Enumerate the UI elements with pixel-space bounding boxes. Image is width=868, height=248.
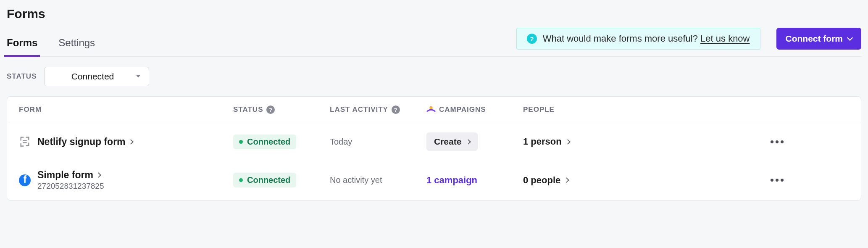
ellipsis-icon [781, 140, 784, 143]
filter-label: STATUS [7, 72, 37, 81]
ellipsis-icon [771, 140, 773, 143]
connect-form-button[interactable]: Connect form [776, 28, 862, 50]
status-text: Connected [247, 175, 290, 185]
chevron-right-icon [466, 139, 471, 145]
people-link[interactable]: 1 person [523, 136, 737, 147]
status-cell: Connected [233, 173, 330, 187]
status-cell: Connected [233, 135, 330, 149]
status-text: Connected [247, 137, 290, 147]
form-name-text: Netlify signup form [37, 136, 126, 148]
forms-table: FORM STATUS ? LAST ACTIVITY ? CAMPAIGNS … [7, 96, 861, 201]
svg-point-0 [429, 106, 432, 109]
caret-down-icon [136, 75, 140, 77]
help-icon[interactable]: ? [392, 106, 400, 114]
chevron-down-icon [847, 35, 853, 41]
tab-forms[interactable]: Forms [7, 33, 37, 56]
form-name-wrap: Netlify signup form [37, 136, 133, 148]
form-cell: Simple form 272052831237825 [19, 169, 233, 191]
th-form: FORM [19, 106, 233, 114]
banner-message: What would make forms more useful? [543, 33, 700, 44]
more-actions-button[interactable] [737, 179, 788, 182]
status-filter-value: Connected [71, 71, 114, 82]
ellipsis-icon [771, 179, 773, 182]
table-header: FORM STATUS ? LAST ACTIVITY ? CAMPAIGNS … [7, 97, 861, 123]
campaign-link[interactable]: 1 campaign [426, 175, 477, 185]
chevron-right-icon [128, 139, 134, 145]
chevron-right-icon [96, 172, 101, 178]
last-activity-cell: Today [330, 137, 426, 147]
people-count: 1 person [523, 136, 562, 147]
th-people: PEOPLE [523, 106, 737, 114]
last-activity-cell: No activity yet [330, 175, 426, 185]
people-link[interactable]: 0 people [523, 175, 737, 186]
form-name-link[interactable]: Netlify signup form [37, 136, 133, 148]
chevron-right-icon [565, 139, 571, 145]
create-campaign-button[interactable]: Create [426, 132, 478, 151]
tab-settings[interactable]: Settings [58, 33, 95, 56]
chevron-right-icon [564, 177, 569, 183]
header-row: Forms Settings ? What would make forms m… [7, 28, 861, 57]
ellipsis-icon [781, 179, 784, 182]
campaigns-icon [426, 105, 436, 114]
help-icon[interactable]: ? [266, 106, 275, 114]
form-subtext: 272052831237825 [37, 182, 104, 191]
people-count: 0 people [523, 175, 560, 186]
status-dot-icon [239, 178, 243, 182]
status-badge: Connected [233, 135, 296, 149]
question-icon: ? [527, 34, 537, 44]
table-row: Netlify signup form Connected Today Crea… [7, 123, 861, 160]
create-campaign-label: Create [434, 137, 461, 147]
th-campaigns: CAMPAIGNS [426, 105, 523, 114]
facebook-icon [19, 174, 31, 186]
form-cell: Netlify signup form [19, 136, 233, 148]
more-actions-button[interactable] [737, 140, 788, 143]
ellipsis-icon [776, 140, 779, 143]
form-name-link[interactable]: Simple form [37, 169, 104, 181]
tabs: Forms Settings [7, 33, 95, 56]
banner-link[interactable]: Let us know [700, 33, 750, 44]
th-status: STATUS ? [233, 106, 330, 114]
form-name-text: Simple form [37, 169, 93, 181]
connect-form-label: Connect form [786, 34, 843, 44]
th-status-label: STATUS [233, 106, 263, 114]
table-row: Simple form 272052831237825 Connected No… [7, 160, 861, 200]
banner-text: What would make forms more useful? Let u… [543, 33, 750, 44]
th-last-activity: LAST ACTIVITY ? [330, 106, 426, 114]
header-actions: ? What would make forms more useful? Let… [516, 28, 861, 56]
filter-row: STATUS Connected [7, 57, 861, 96]
status-filter-select[interactable]: Connected [44, 67, 149, 86]
campaigns-cell: 1 campaign [426, 175, 523, 186]
form-icon [19, 136, 31, 148]
page-title: Forms [7, 7, 861, 21]
ellipsis-icon [776, 179, 779, 182]
form-name-wrap: Simple form 272052831237825 [37, 169, 104, 191]
feedback-banner: ? What would make forms more useful? Let… [516, 28, 760, 50]
th-campaigns-label: CAMPAIGNS [439, 106, 486, 114]
campaigns-cell: Create [426, 132, 523, 151]
th-last-activity-label: LAST ACTIVITY [330, 106, 388, 114]
status-dot-icon [239, 140, 243, 144]
status-badge: Connected [233, 173, 296, 187]
